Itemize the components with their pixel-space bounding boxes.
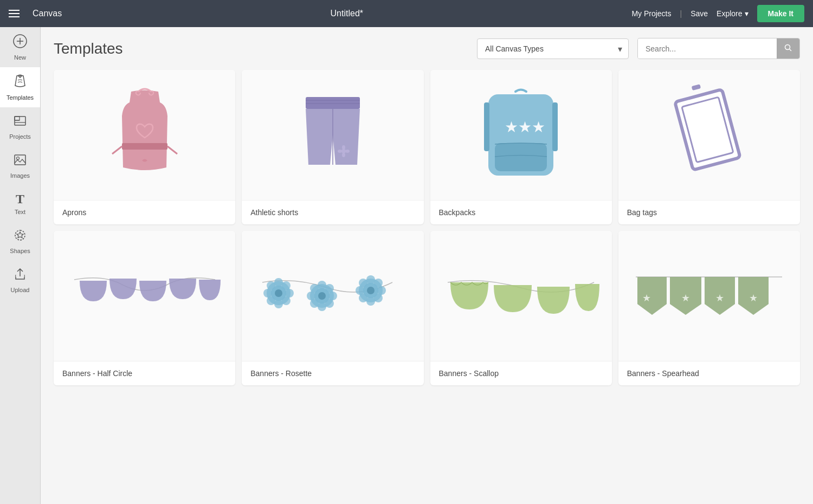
svg-line-14 xyxy=(167,146,177,154)
upload-icon xyxy=(13,267,27,285)
svg-point-40 xyxy=(282,281,291,290)
svg-point-34 xyxy=(275,289,282,297)
sidebar-label-new: New xyxy=(14,54,26,61)
template-image-bag-tags xyxy=(618,70,800,200)
svg-point-20 xyxy=(342,145,345,150)
page-title: Templates xyxy=(54,40,468,57)
svg-point-46 xyxy=(318,281,326,289)
template-card-banners-rosette[interactable]: Banners - Rosette xyxy=(242,231,423,385)
template-card-bag-tags[interactable]: Bag tags xyxy=(618,70,800,224)
template-image-backpacks: ★★★ xyxy=(430,70,612,200)
template-card-aprons[interactable]: Aprons xyxy=(54,70,235,224)
template-card-banners-spearhead[interactable]: ★ ★ ★ ★ Banners - Spearhead xyxy=(618,231,800,385)
app-title: Canvas xyxy=(33,9,62,18)
svg-point-22 xyxy=(338,150,342,153)
make-it-button[interactable]: Make It xyxy=(757,5,804,22)
svg-point-51 xyxy=(325,284,334,293)
template-card-backpacks[interactable]: ★★★ Backpacks xyxy=(430,70,612,224)
template-card-athletic-shorts[interactable]: Athletic shorts xyxy=(242,70,423,224)
search-bar xyxy=(637,38,800,59)
sidebar-item-text[interactable]: T Text xyxy=(0,185,40,222)
svg-point-39 xyxy=(267,281,275,290)
sidebar-item-shapes[interactable]: Shapes xyxy=(0,222,40,261)
sidebar: New Templates xyxy=(0,27,41,504)
svg-rect-27 xyxy=(484,102,489,151)
svg-point-56 xyxy=(367,287,375,294)
svg-point-60 xyxy=(377,286,386,295)
svg-rect-15 xyxy=(306,97,360,109)
template-image-athletic-shorts xyxy=(242,70,423,200)
sidebar-label-projects: Projects xyxy=(9,133,31,140)
svg-point-10 xyxy=(785,45,790,50)
svg-point-57 xyxy=(366,275,375,284)
images-icon xyxy=(13,153,27,170)
template-image-banners-spearhead: ★ ★ ★ ★ xyxy=(618,231,800,361)
template-image-banners-scallop xyxy=(430,231,612,361)
svg-point-49 xyxy=(328,292,337,300)
svg-rect-8 xyxy=(15,155,25,165)
svg-rect-12 xyxy=(122,143,167,150)
explore-dropdown[interactable]: Explore ▾ xyxy=(717,9,748,18)
sidebar-item-projects[interactable]: Projects xyxy=(0,107,40,146)
template-label-banners-spearhead: Banners - Spearhead xyxy=(618,361,800,385)
templates-icon xyxy=(13,74,27,92)
sidebar-item-templates[interactable]: Templates xyxy=(0,67,40,107)
svg-point-9 xyxy=(17,157,20,160)
template-card-banners-half-circle[interactable]: Banners - Half Circle xyxy=(54,231,235,385)
sidebar-label-templates: Templates xyxy=(7,94,34,101)
svg-text:★: ★ xyxy=(749,293,758,303)
search-input[interactable] xyxy=(638,39,777,59)
svg-rect-28 xyxy=(552,102,558,151)
svg-text:★: ★ xyxy=(715,293,724,303)
template-label-aprons: Aprons xyxy=(54,200,235,224)
svg-text:★★★: ★★★ xyxy=(505,119,545,135)
template-image-banners-half-circle xyxy=(54,231,235,361)
svg-line-13 xyxy=(112,146,122,154)
sidebar-item-images[interactable]: Images xyxy=(0,146,40,185)
svg-point-47 xyxy=(318,302,326,311)
svg-point-50 xyxy=(310,284,319,293)
svg-rect-29 xyxy=(692,84,701,91)
new-icon xyxy=(12,34,28,52)
template-card-banners-scallop[interactable]: Banners - Scallop xyxy=(430,231,612,385)
svg-point-41 xyxy=(267,296,275,305)
svg-point-23 xyxy=(345,150,350,153)
svg-point-36 xyxy=(274,300,283,308)
nav-separator: | xyxy=(680,9,682,18)
canvas-type-filter[interactable]: All Canvas Types Standard Infusible Ink … xyxy=(477,38,629,59)
template-label-bag-tags: Bag tags xyxy=(618,200,800,224)
svg-point-48 xyxy=(307,292,315,300)
content-header: Templates All Canvas Types Standard Infu… xyxy=(54,38,800,59)
template-label-backpacks: Backpacks xyxy=(430,200,612,224)
template-label-banners-half-circle: Banners - Half Circle xyxy=(54,361,235,385)
svg-rect-5 xyxy=(15,117,20,120)
svg-point-45 xyxy=(318,292,326,300)
hamburger-menu[interactable] xyxy=(9,10,20,17)
sidebar-item-upload[interactable]: Upload xyxy=(0,261,40,300)
svg-point-19 xyxy=(341,149,346,153)
template-label-athletic-shorts: Athletic shorts xyxy=(242,200,423,224)
sidebar-label-shapes: Shapes xyxy=(10,248,30,254)
sidebar-label-images: Images xyxy=(10,172,30,179)
svg-rect-30 xyxy=(675,89,740,170)
search-button[interactable] xyxy=(777,38,799,59)
document-title: Untitled* xyxy=(70,9,623,18)
svg-rect-4 xyxy=(15,117,25,125)
svg-point-42 xyxy=(282,296,291,305)
svg-text:★: ★ xyxy=(681,293,690,303)
projects-icon xyxy=(13,114,27,131)
svg-point-21 xyxy=(342,153,345,157)
save-link[interactable]: Save xyxy=(691,9,708,18)
svg-point-38 xyxy=(285,289,294,298)
svg-line-11 xyxy=(790,49,792,51)
canvas-type-select[interactable]: All Canvas Types Standard Infusible Ink … xyxy=(477,38,629,59)
svg-point-37 xyxy=(263,289,272,298)
shapes-icon xyxy=(13,228,27,245)
sidebar-item-new[interactable]: New xyxy=(0,27,40,67)
my-projects-link[interactable]: My Projects xyxy=(631,9,671,18)
template-label-banners-rosette: Banners - Rosette xyxy=(242,361,423,385)
svg-point-63 xyxy=(359,294,367,302)
app-body: New Templates xyxy=(0,27,813,504)
top-nav: Canvas Untitled* My Projects | Save Expl… xyxy=(0,0,813,27)
svg-point-64 xyxy=(374,294,383,302)
